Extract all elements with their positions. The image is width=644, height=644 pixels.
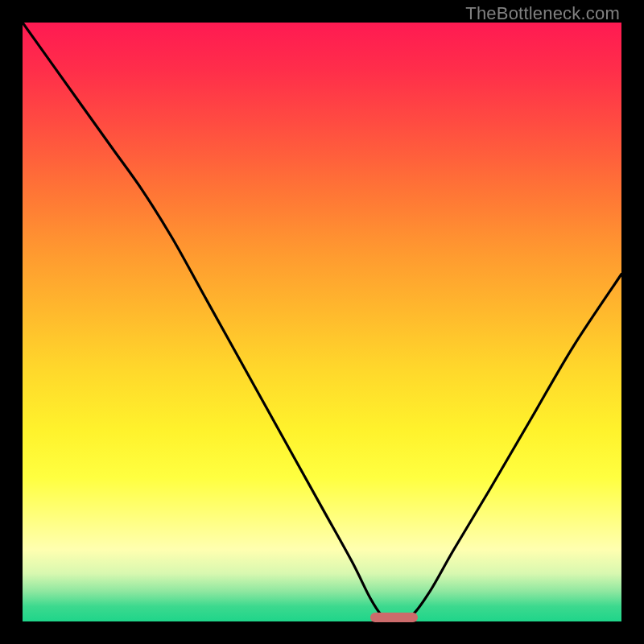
bottleneck-curve <box>23 23 621 621</box>
optimal-marker <box>370 613 419 622</box>
plot-area <box>23 23 621 621</box>
chart-frame: TheBottleneck.com <box>0 0 644 644</box>
watermark-text: TheBottleneck.com <box>465 3 620 24</box>
